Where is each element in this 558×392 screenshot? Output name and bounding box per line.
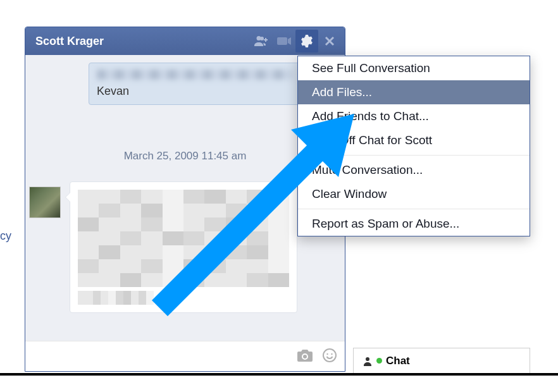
menu-clear-window[interactable]: Clear Window [298,182,530,206]
svg-point-1 [326,353,328,354]
person-icon [363,356,373,366]
gear-icon[interactable] [295,30,318,52]
redacted-text [97,70,292,80]
menu-mute-conversation[interactable]: Mute Conversation... [298,158,530,182]
chat-tab-label: Chat [386,355,410,367]
svg-point-0 [323,349,336,362]
menu-report-spam[interactable]: Report as Spam or Abuse... [298,212,530,236]
chat-options-menu: See Full Conversation Add Files... Add F… [297,56,530,236]
close-icon[interactable] [318,30,341,52]
menu-see-full-conversation[interactable]: See Full Conversation [298,56,530,80]
emoji-icon[interactable] [322,348,337,365]
menu-add-files[interactable]: Add Files... [298,80,530,104]
video-call-icon[interactable] [273,30,295,52]
redacted-message-tail [78,291,154,305]
chat-contact-name: Scott Krager [35,35,250,48]
quoted-message: Kevan [89,63,301,105]
sender-avatar[interactable] [29,187,61,218]
chat-input-bar[interactable] [25,341,345,371]
menu-separator [298,209,530,209]
chat-sidebar-tab[interactable]: Chat [353,348,530,373]
screenshot-bottom-edge [0,373,558,376]
chat-header[interactable]: Scott Krager [25,27,345,55]
online-status-dot [376,358,382,364]
message-bubble [70,181,297,313]
camera-icon[interactable] [297,348,313,365]
chat-header-actions [250,30,341,52]
redacted-message [78,190,289,287]
menu-add-friends[interactable]: Add Friends to Chat... [298,104,530,128]
add-people-icon[interactable] [250,30,273,52]
cutoff-link-text: cy [0,230,11,243]
menu-separator [298,155,530,156]
quoted-sender-name: Kevan [97,85,292,98]
menu-turn-off-chat[interactable]: Turn Off Chat for Scott [298,128,530,152]
svg-point-2 [331,353,332,354]
